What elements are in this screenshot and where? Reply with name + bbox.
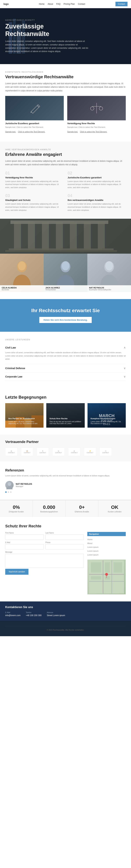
message-group: Message (5, 551, 84, 568)
navigation-box: Navigation Home About Lorem ipsum Lorem … (87, 532, 126, 557)
card-defense-link1[interactable]: Sample text. (67, 131, 78, 133)
service-civil-law: Civil Law ∧ Lorem dolor sit amet, consec… (5, 343, 126, 364)
feature-1: 01 Verteidigung Ihrer Rechte Lorem ipsum… (5, 170, 63, 189)
card-scale-image (67, 96, 126, 120)
contact-email-value: info@lorem.com (5, 614, 21, 617)
references-section: Referenzen Lorem ipsum dolor sit amet, c… (0, 461, 131, 500)
team-member-celia: CELIA ALMEIDA Büroleiter (0, 254, 44, 292)
partner-3-label: CONTACT (39, 452, 46, 454)
card-defense-link2[interactable]: Click to select the Text Element. (80, 131, 107, 133)
card-excellence-link1[interactable]: Sample text. (5, 131, 16, 133)
card-defense-title: Verteidigung Ihrer Rechte (67, 122, 126, 125)
feature-4-title: Ihre vertrauenswürdigen Anwälte (68, 199, 126, 202)
nav-contact[interactable]: Contact (78, 3, 85, 5)
nav-item-3[interactable]: Lorem ipsum (87, 545, 126, 549)
nav-about[interactable]: About (48, 3, 53, 5)
last-name-label: Last Name (45, 532, 84, 534)
phone-group: Phone (45, 541, 84, 549)
celia-info: CELIA ALMEIDA Büroleiter (0, 285, 44, 292)
encounter-3-sub: Lorem dolor sit amet adipiscing elit. Ua… (91, 421, 123, 425)
service-civil-chevron: ∧ (124, 346, 126, 349)
nat-name: NAT REYNOLDS (89, 287, 129, 289)
form-left: First Name Last Name E-Mail Phone (5, 532, 84, 594)
contact-phone-value: +48 100 200 300 (26, 614, 41, 617)
contact-address-block: Adresse Street Lorem ipsum (47, 612, 65, 617)
first-name-group: First Name (5, 532, 44, 540)
blue-cta-button[interactable]: Holen Sie sich Ihre kostenlose Beratung. (39, 317, 92, 323)
blue-title: Ihr Rechtsschutz erwartet Sie (5, 308, 126, 313)
svg-rect-50 (113, 562, 122, 572)
nav-cta-button[interactable]: Contact (116, 2, 128, 6)
card-defense: Verteidigung Ihrer Rechte Sample text. C… (67, 96, 126, 135)
service-corporate: Corporate Law ∨ (5, 372, 126, 381)
stats-row: 0% Erfolgsrate Kunden 0.000 Bearbeitungs… (0, 500, 131, 517)
feature-3-text: Lorem ipsum dolor sit amet, consectetur … (5, 203, 63, 212)
card-pen-image (5, 96, 64, 120)
nav-item-about[interactable]: About (87, 541, 126, 545)
encounter-1-sub: Lorem dolor sit amet, consectetur adipis… (8, 421, 40, 425)
svg-point-53 (105, 573, 108, 576)
last-name-input[interactable] (45, 534, 84, 540)
svg-point-31 (105, 261, 113, 271)
feature-3-num: 03 (5, 193, 63, 198)
partner-7-label: CONTACT (102, 452, 109, 454)
nav-item-4[interactable]: Lorem ipsum (87, 549, 126, 553)
stat-4: OK Kunden zufrieden (98, 500, 131, 517)
card-excellence: Juristische Exzellenz garantiert Sample … (5, 96, 64, 135)
nav-faq[interactable]: FAQ (56, 3, 60, 5)
partner-2-icon: 📋 (26, 450, 28, 452)
feature-4-text: Lorem ipsum dolor sit amet, consectetur … (68, 203, 126, 212)
exp-text: Lorem ipsum dolor sit amet, consectetur … (5, 159, 126, 166)
svg-rect-20 (10, 220, 108, 224)
partners-section: Vertrauende Partner ◎ CONTACT 📋 CONTACT … (0, 435, 131, 461)
nav-home[interactable]: Home (39, 3, 44, 5)
nav-logo[interactable]: logo (3, 3, 9, 5)
partner-3-icon: ✦ (42, 450, 43, 452)
map-placeholder (87, 559, 126, 594)
email-label: E-Mail (5, 541, 44, 544)
form-name-row: First Name Last Name (5, 532, 84, 540)
celia-name: CELIA ALMEIDA (2, 287, 42, 289)
feature-1-text: Lorem ipsum dolor sit amet, consectetur … (5, 180, 63, 189)
partner-4-label: CONTACT (55, 452, 62, 454)
message-textarea[interactable] (5, 554, 84, 568)
nav-item-5[interactable]: Lorem ipsum (87, 553, 126, 557)
ref-dot-3[interactable] (10, 491, 11, 493)
team-section: CELIA ALMEIDA Büroleiter JACK ALVAREZ Ve… (0, 254, 131, 299)
encounter-3-caption: Komplexe Rechtslösungen (91, 417, 123, 420)
ref-text: Lorem ipsum dolor sit amet, consectetur … (5, 474, 126, 477)
contact-bar: Kontaktieren Sie uns E-Mail info@lorem.c… (0, 601, 131, 621)
svg-point-42 (6, 487, 12, 489)
email-input[interactable] (5, 544, 44, 549)
card-excellence-link2[interactable]: Click to select the Text Element. (18, 131, 45, 133)
ref-dots (5, 491, 126, 493)
contact-email-label: E-Mail (5, 612, 21, 614)
ref-avatar (5, 481, 13, 489)
navigation-label: Navigation (87, 532, 126, 536)
ref-role: Manager (16, 485, 32, 487)
nav-item-home[interactable]: Home (87, 537, 126, 541)
trusted-cards: Juristische Exzellenz garantiert Sample … (5, 96, 126, 135)
service-corporate-header[interactable]: Corporate Law ∨ (5, 375, 126, 378)
feature-1-title: Verteidigung Ihrer Rechte (5, 176, 63, 179)
hero-title: Zuverlässige Rechtsanwälte (5, 23, 89, 37)
card-excellence-text: Sample text. Click to select the Text El… (5, 126, 64, 129)
encounter-2: Schutz Ihrer Rechte Dies ist ein test au… (46, 403, 85, 428)
stat-2-num: 0.000 (36, 504, 62, 510)
ref-dot-2[interactable] (8, 491, 9, 493)
svg-rect-48 (91, 562, 101, 572)
form-submit-button[interactable]: Nachricht senden (5, 569, 29, 575)
ref-dot-1[interactable] (5, 491, 7, 493)
partner-7-icon: ⬡ (105, 450, 106, 452)
encounter-2-caption: Schutz Ihrer Rechte (50, 417, 81, 420)
nav-pricing[interactable]: Pricing Plan (64, 3, 75, 5)
service-civil-header[interactable]: Civil Law ∧ (5, 346, 126, 349)
partner-5: ◎ CONTACT (68, 447, 80, 456)
svg-point-10 (99, 107, 103, 110)
first-name-label: First Name (5, 532, 44, 534)
service-criminal-header[interactable]: Criminal Defense ∨ (5, 367, 126, 370)
service-criminal-chevron: ∨ (124, 367, 126, 370)
nav-items: Home About Lorem ipsum Lorem ipsum Lorem… (87, 537, 126, 557)
phone-input[interactable] (45, 544, 84, 549)
first-name-input[interactable] (5, 534, 44, 540)
